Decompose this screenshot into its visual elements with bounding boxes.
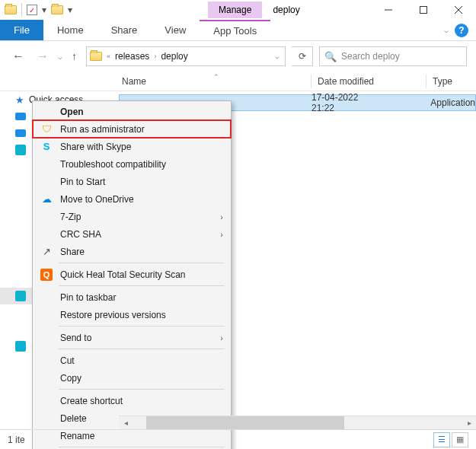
drive-icon (15, 291, 26, 301)
tab-file[interactable]: File (0, 20, 43, 40)
chevron-right-icon: › (220, 230, 223, 239)
tab-share[interactable]: Share (97, 20, 152, 40)
menu-item-send-to[interactable]: Send to› (33, 329, 231, 346)
context-menu: Open 🛡Run as administrator SShare with S… (32, 100, 232, 449)
close-button[interactable] (441, 0, 476, 20)
menu-item-create-shortcut[interactable]: Create shortcut (33, 392, 231, 409)
menu-item-pin-to-start[interactable]: Pin to Start (33, 173, 231, 190)
column-date-modified[interactable]: Date modified (311, 76, 426, 87)
menu-item-run-as-administrator[interactable]: 🛡Run as administrator (33, 120, 231, 138)
up-button[interactable]: ↑ (69, 50, 80, 62)
separator (59, 285, 225, 286)
separator (59, 349, 225, 349)
separator (21, 3, 22, 17)
onedrive-icon (15, 129, 26, 137)
menu-item-open[interactable]: Open (33, 103, 231, 120)
separator (59, 326, 225, 326)
file-type: Application (430, 97, 475, 108)
scroll-left-button[interactable]: ◂ (119, 416, 133, 429)
minimize-button[interactable] (371, 0, 406, 20)
address-bar[interactable]: « releases › deploy ⌵ (86, 46, 286, 66)
menu-item-copy[interactable]: Copy (33, 369, 231, 387)
tab-home[interactable]: Home (43, 20, 97, 40)
chevron-right-icon: › (220, 212, 223, 221)
view-large-icons-button[interactable]: ▦ (452, 432, 468, 447)
pc-icon (15, 145, 26, 155)
chevron-right-icon[interactable]: « (107, 53, 110, 60)
star-icon: ★ (15, 94, 24, 106)
help-icon[interactable]: ? (455, 24, 468, 37)
quickheal-icon: Q (39, 269, 54, 281)
menu-item-move-to-onedrive[interactable]: ☁Move to OneDrive (33, 190, 231, 208)
onedrive-icon (15, 113, 26, 120)
ribbon: File Home Share View App Tools ⌵ ? (0, 20, 476, 41)
skype-icon: S (39, 141, 54, 153)
menu-item-share-with-skype[interactable]: SShare with Skype (33, 138, 231, 155)
tab-app-tools[interactable]: App Tools (200, 20, 270, 40)
navigation-row: ← → ⌵ ↑ « releases › deploy ⌵ ⟳ 🔍 Search… (0, 41, 476, 72)
separator (59, 389, 225, 390)
separator (59, 263, 225, 263)
properties-qat-button[interactable]: ✓ (27, 5, 37, 15)
menu-item-quick-heal-scan[interactable]: QQuick Heal Total Security Scan (33, 266, 231, 283)
sort-indicator-icon: ⌃ (213, 73, 219, 81)
status-item-count: 1 ite (8, 435, 25, 445)
refresh-button[interactable]: ⟳ (292, 46, 313, 66)
maximize-button[interactable] (406, 0, 441, 20)
quick-access-toolbar: ✓ ▾ ▾ (0, 3, 78, 17)
expand-ribbon-icon[interactable]: ⌵ (444, 26, 449, 34)
breadcrumb[interactable]: deploy (158, 51, 190, 62)
cloud-icon: ☁ (39, 193, 54, 205)
menu-item-pin-to-taskbar[interactable]: Pin to taskbar (33, 288, 231, 306)
scrollbar-thumb[interactable] (146, 416, 344, 429)
chevron-right-icon[interactable]: › (154, 53, 156, 60)
chevron-right-icon: › (220, 333, 223, 342)
address-dropdown-icon[interactable]: ⌵ (272, 53, 282, 60)
window-title: deploy (262, 2, 310, 18)
menu-item-crc-sha[interactable]: CRC SHA› (33, 225, 231, 243)
file-date-modified: 17-04-2022 21:22 (311, 92, 383, 113)
folder-icon[interactable] (5, 5, 17, 14)
scroll-right-button[interactable]: ▸ (462, 416, 476, 429)
menu-item-share[interactable]: ↗Share (33, 243, 231, 260)
menu-item-restore-previous-versions[interactable]: Restore previous versions (33, 306, 231, 323)
back-button[interactable]: ← (9, 49, 27, 63)
svg-rect-1 (420, 7, 427, 14)
share-icon: ↗ (39, 246, 54, 258)
menu-item-troubleshoot[interactable]: Troubleshoot compatibility (33, 155, 231, 173)
forward-button[interactable]: → (34, 49, 52, 63)
view-details-button[interactable]: ☰ (433, 432, 450, 447)
status-bar: 1 ite ☰ ▦ (0, 429, 476, 449)
breadcrumb[interactable]: releases (112, 51, 152, 62)
contextual-tab-manage[interactable]: Manage (208, 2, 262, 18)
column-headers: Name ⌃ Date modified Type (0, 72, 476, 91)
search-placeholder: Search deploy (341, 51, 400, 62)
menu-item-cut[interactable]: Cut (33, 352, 231, 369)
column-type[interactable]: Type (426, 76, 476, 87)
new-folder-qat-button[interactable] (51, 5, 63, 14)
shield-icon: 🛡 (39, 123, 54, 135)
menu-item-7zip[interactable]: 7-Zip› (33, 208, 231, 225)
search-input[interactable]: 🔍 Search deploy (319, 46, 467, 66)
qat-dropdown-icon[interactable]: ▾ (40, 5, 48, 15)
tab-view[interactable]: View (151, 20, 200, 40)
title-bar: ✓ ▾ ▾ Manage deploy (0, 0, 476, 20)
folder-icon (90, 52, 102, 61)
qat-customize-icon[interactable]: ▾ (66, 5, 74, 15)
network-icon (15, 341, 26, 352)
history-dropdown-icon[interactable]: ⌵ (58, 53, 62, 61)
window-controls (371, 0, 476, 20)
horizontal-scrollbar[interactable]: ◂ ▸ (119, 416, 476, 429)
search-icon: 🔍 (324, 51, 337, 62)
